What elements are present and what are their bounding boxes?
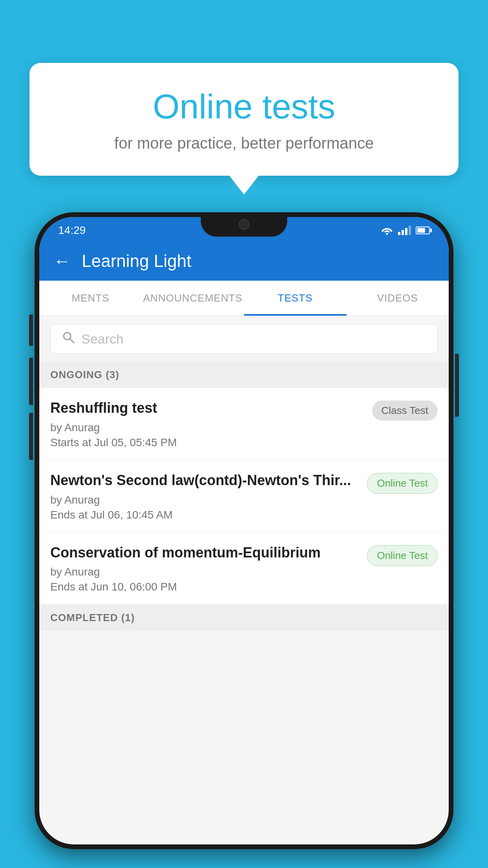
test-date-3: Ends at Jun 10, 06:00 PM [50, 581, 359, 593]
status-time: 14:29 [58, 224, 86, 237]
test-author-3: by Anurag [50, 566, 359, 578]
tests-list: Reshuffling test by Anurag Starts at Jul… [39, 388, 449, 605]
tabs-bar: MENTS ANNOUNCEMENTS TESTS VIDEOS [39, 281, 449, 316]
test-name-3: Conservation of momentum-Equilibrium [50, 544, 359, 562]
test-badge-1: Class Test [372, 401, 438, 421]
phone-notch [201, 212, 287, 237]
phone-wrapper: 14:29 [35, 212, 453, 868]
test-info-2: Newton's Second law(contd)-Newton's Thir… [50, 471, 367, 521]
tab-ments[interactable]: MENTS [39, 281, 142, 316]
phone-side-button-top [29, 314, 33, 346]
phone-screen: 14:29 [39, 217, 449, 844]
search-container: Search [39, 316, 449, 362]
signal-icon [398, 226, 411, 235]
search-icon [62, 331, 75, 348]
phone-camera [238, 219, 250, 230]
test-date-2: Ends at Jul 06, 10:45 AM [50, 509, 359, 521]
tab-announcements[interactable]: ANNOUNCEMENTS [142, 281, 244, 316]
ongoing-section-header: ONGOING (3) [39, 362, 449, 388]
battery-fill [417, 228, 425, 233]
back-button[interactable]: ← [53, 251, 71, 271]
tab-videos[interactable]: VIDEOS [347, 281, 449, 316]
speech-bubble: Online tests for more practice, better p… [29, 63, 459, 176]
test-badge-3: Online Test [367, 545, 438, 566]
test-item-1[interactable]: Reshuffling test by Anurag Starts at Jul… [39, 388, 449, 460]
search-box[interactable]: Search [50, 324, 438, 354]
test-date-1: Starts at Jul 05, 05:45 PM [50, 436, 364, 449]
tab-tests[interactable]: TESTS [244, 281, 347, 316]
phone-side-button-vol-down [29, 413, 33, 460]
test-item-2[interactable]: Newton's Second law(contd)-Newton's Thir… [39, 460, 449, 533]
test-author-2: by Anurag [50, 494, 359, 506]
battery-icon [416, 226, 430, 234]
svg-point-0 [386, 233, 388, 235]
ongoing-label: ONGOING (3) [50, 369, 119, 381]
test-name-1: Reshuffling test [50, 399, 364, 417]
test-name-2: Newton's Second law(contd)-Newton's Thir… [50, 471, 359, 490]
test-info-1: Reshuffling test by Anurag Starts at Jul… [50, 399, 372, 449]
phone-side-button-power [455, 354, 459, 417]
svg-line-2 [70, 339, 74, 343]
completed-label: COMPLETED (1) [50, 612, 135, 623]
app-header: ← Learning Light [39, 241, 449, 281]
speech-bubble-subtitle: for more practice, better performance [61, 134, 427, 152]
completed-section-header: COMPLETED (1) [39, 605, 449, 631]
test-info-3: Conservation of momentum-Equilibrium by … [50, 544, 367, 594]
test-item-3[interactable]: Conservation of momentum-Equilibrium by … [39, 533, 449, 605]
status-icons [381, 226, 430, 235]
search-placeholder: Search [81, 331, 124, 347]
test-author-1: by Anurag [50, 421, 364, 434]
wifi-icon [381, 226, 393, 235]
phone-outer: 14:29 [35, 212, 453, 849]
phone-side-button-vol-up [29, 358, 33, 405]
speech-bubble-title: Online tests [61, 86, 427, 127]
app-title: Learning Light [82, 251, 191, 271]
test-badge-2: Online Test [367, 473, 438, 494]
